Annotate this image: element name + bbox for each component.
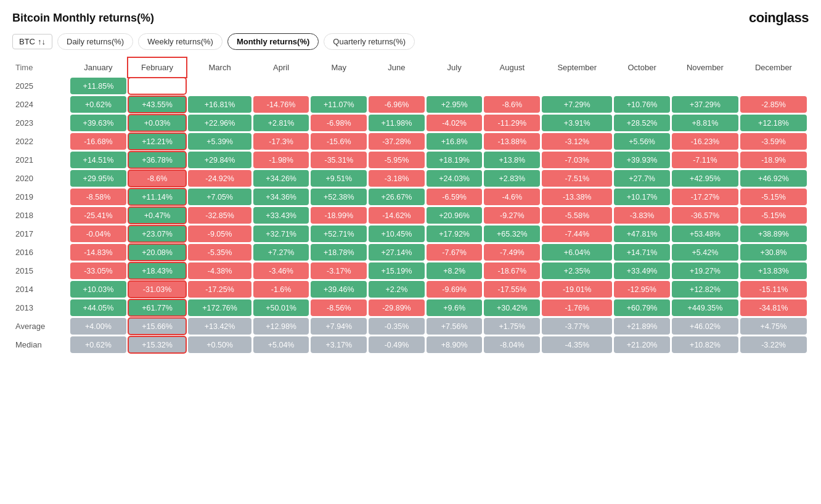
- col-header-december: December: [740, 59, 807, 76]
- cell-2013-june: -29.89%: [369, 299, 425, 316]
- cell-2020-july: +24.03%: [427, 170, 483, 187]
- table-row: 2015-33.05%+18.43%-4.38%-3.46%-3.17%+15.…: [14, 262, 807, 279]
- cell-2013-april: +50.01%: [253, 299, 309, 316]
- cell-2015-june: +15.19%: [369, 262, 425, 279]
- cell-2016-december: +30.8%: [740, 244, 807, 261]
- cell-2017-september: -7.44%: [542, 226, 612, 242]
- cell-2015-january: -33.05%: [70, 262, 126, 279]
- year-cell: 2025: [14, 78, 68, 94]
- cell-2014-october: -12.95%: [614, 281, 670, 298]
- cell-2015-august: -18.67%: [484, 262, 540, 279]
- table-row: 2013+44.05%+61.77%+172.76%+50.01%-8.56%-…: [14, 299, 807, 316]
- cell-2019-september: -13.38%: [542, 189, 612, 205]
- median-cell-5: -0.49%: [369, 336, 425, 353]
- tab-weekly[interactable]: Weekly returns(%): [138, 33, 223, 50]
- cell-2021-february: +36.78%: [128, 152, 187, 168]
- cell-2020-january: +29.95%: [70, 170, 126, 187]
- cell-2021-november: -7.11%: [672, 152, 738, 168]
- cell-2014-march: -17.25%: [188, 281, 251, 298]
- cell-2023-november: +8.81%: [672, 115, 738, 131]
- cell-2020-august: +2.83%: [484, 170, 540, 187]
- tab-monthly[interactable]: Monthly returns(%): [227, 33, 319, 50]
- cell-2014-february: -31.03%: [128, 281, 187, 298]
- cell-2024-july: +2.95%: [427, 96, 483, 113]
- median-cell-11: -3.22%: [740, 336, 807, 353]
- cell-2020-may: +9.51%: [311, 170, 367, 187]
- table-row: 2014+10.03%-31.03%-17.25%-1.6%+39.46%+2.…: [14, 281, 807, 298]
- cell-2017-june: +10.45%: [369, 226, 425, 242]
- cell-2023-april: +2.81%: [253, 115, 309, 131]
- cell-2020-september: -7.51%: [542, 170, 612, 187]
- cell-2013-march: +172.76%: [188, 299, 251, 316]
- brand-logo: coinglass: [749, 10, 809, 26]
- cell-2013-may: -8.56%: [311, 299, 367, 316]
- cell-2018-april: +33.43%: [253, 207, 309, 224]
- cell-2021-september: -7.03%: [542, 152, 612, 168]
- cell-2021-july: +18.19%: [427, 152, 483, 168]
- year-cell: 2024: [14, 96, 68, 113]
- cell-2023-january: +39.63%: [70, 115, 126, 131]
- cell-2014-september: -19.01%: [542, 281, 612, 298]
- tab-daily[interactable]: Daily returns(%): [57, 33, 133, 50]
- cell-2015-december: +13.83%: [740, 262, 807, 279]
- cell-2019-march: +7.05%: [188, 189, 251, 205]
- cell-2019-january: -8.58%: [70, 189, 126, 205]
- cell-2013-january: +44.05%: [70, 299, 126, 316]
- cell-2014-june: +2.2%: [369, 281, 425, 298]
- median-cell-6: +8.90%: [427, 336, 483, 353]
- year-cell: 2013: [14, 299, 68, 316]
- cell-2019-may: +52.38%: [311, 189, 367, 205]
- col-header-august: August: [484, 59, 540, 76]
- median-label: Median: [14, 336, 68, 353]
- cell-2025-august: [484, 78, 540, 94]
- cell-2015-july: +8.2%: [427, 262, 483, 279]
- table-row: 2019-8.58%+11.14%+7.05%+34.36%+52.38%+26…: [14, 189, 807, 205]
- cell-2016-august: -7.49%: [484, 244, 540, 261]
- tab-quarterly[interactable]: Quarterly returns(%): [324, 33, 415, 50]
- table-row: 2020+29.95%-8.6%-24.92%+34.26%+9.51%-3.1…: [14, 170, 807, 187]
- cell-2024-june: -6.96%: [369, 96, 425, 113]
- cell-2015-september: +2.35%: [542, 262, 612, 279]
- cell-2013-october: +60.79%: [614, 299, 670, 316]
- median-cell-7: -8.04%: [484, 336, 540, 353]
- cell-2019-december: -5.15%: [740, 189, 807, 205]
- col-header-time: Time: [14, 59, 68, 76]
- cell-2025-april: [253, 78, 309, 94]
- col-header-october: October: [614, 59, 670, 76]
- year-cell: 2022: [14, 133, 68, 150]
- asset-selector[interactable]: BTC ↑↓: [12, 34, 52, 49]
- average-cell-7: +1.75%: [484, 318, 540, 335]
- cell-2017-april: +32.71%: [253, 226, 309, 242]
- year-cell: 2020: [14, 170, 68, 187]
- cell-2018-may: -18.99%: [311, 207, 367, 224]
- table-row: 2016-14.83%+20.08%-5.35%+7.27%+18.78%+27…: [14, 244, 807, 261]
- cell-2021-october: +39.93%: [614, 152, 670, 168]
- cell-2017-october: +47.81%: [614, 226, 670, 242]
- median-cell-3: +5.04%: [253, 336, 309, 353]
- median-cell-1: +15.32%: [128, 336, 187, 353]
- cell-2024-february: +43.55%: [128, 96, 187, 113]
- cell-2014-july: -9.69%: [427, 281, 483, 298]
- median-row: Median+0.62%+15.32%+0.50%+5.04%+3.17%-0.…: [14, 336, 807, 353]
- average-cell-6: +7.56%: [427, 318, 483, 335]
- average-cell-10: +46.02%: [672, 318, 738, 335]
- cell-2020-april: +34.26%: [253, 170, 309, 187]
- cell-2018-january: -25.41%: [70, 207, 126, 224]
- cell-2025-july: [427, 78, 483, 94]
- cell-2020-october: +27.7%: [614, 170, 670, 187]
- cell-2022-april: -17.3%: [253, 133, 309, 150]
- cell-2019-october: +10.17%: [614, 189, 670, 205]
- year-cell: 2016: [14, 244, 68, 261]
- table-row: 2021+14.51%+36.78%+29.84%-1.98%-35.31%-5…: [14, 152, 807, 168]
- cell-2015-may: -3.17%: [311, 262, 367, 279]
- year-cell: 2015: [14, 262, 68, 279]
- cell-2013-september: -1.76%: [542, 299, 612, 316]
- cell-2025-december: [740, 78, 807, 94]
- returns-table: TimeJanuaryFebruaryMarchAprilMayJuneJuly…: [12, 57, 809, 355]
- year-cell: 2023: [14, 115, 68, 131]
- cell-2017-november: +53.48%: [672, 226, 738, 242]
- cell-2016-may: +18.78%: [311, 244, 367, 261]
- cell-2024-september: +7.29%: [542, 96, 612, 113]
- average-cell-5: -0.35%: [369, 318, 425, 335]
- cell-2022-september: -3.12%: [542, 133, 612, 150]
